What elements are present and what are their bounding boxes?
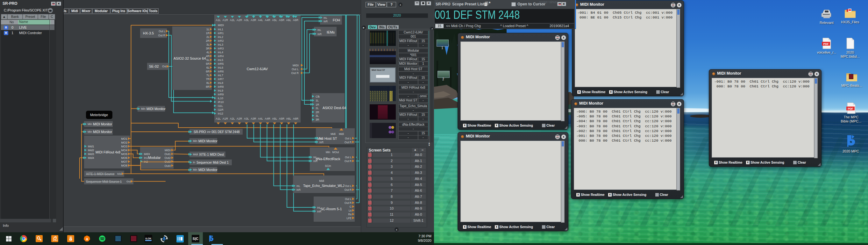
svg-text:6L: 6L bbox=[206, 66, 210, 69]
svg-text:SR-PRO >> 001 DEF STM 2448: SR-PRO >> 001 DEF STM 2448 bbox=[194, 130, 240, 134]
svg-text:Mid3: Mid3 bbox=[88, 153, 94, 156]
svg-text:PDF: PDF bbox=[824, 43, 829, 46]
svg-text:Out L: Out L bbox=[345, 197, 351, 201]
svg-text:inR3: inR3 bbox=[218, 47, 224, 50]
svg-text:InR: InR bbox=[317, 210, 321, 213]
svg-text:inL8: inL8 bbox=[218, 81, 223, 85]
svg-text:A6L: A6L bbox=[286, 117, 291, 120]
svg-text:dNa-EffectRack: dNa-EffectRack bbox=[316, 157, 340, 161]
svg-text:i11L: i11L bbox=[218, 104, 223, 108]
svg-text:2L: 2L bbox=[315, 107, 319, 110]
svg-text:7R: 7R bbox=[206, 78, 210, 81]
svg-text:inR4: inR4 bbox=[218, 55, 224, 58]
svg-text:MIDI: MIDI bbox=[165, 149, 171, 152]
svg-text:inL3: inL3 bbox=[218, 43, 223, 46]
svg-text:3L: 3L bbox=[315, 114, 319, 117]
svg-text:Out L: Out L bbox=[345, 184, 351, 188]
svg-text:MO2: MO2 bbox=[121, 141, 127, 144]
svg-text:inL4: inL4 bbox=[218, 51, 223, 54]
svg-text:FOH: FOH bbox=[333, 18, 340, 22]
svg-text:A2L: A2L bbox=[230, 19, 235, 22]
svg-text:2L: 2L bbox=[206, 35, 210, 38]
svg-text:A4L: A4L bbox=[258, 19, 263, 22]
svg-text:Sequencer Midi Dest 1: Sequencer Midi Dest 1 bbox=[196, 161, 229, 164]
svg-text:Min: Min bbox=[88, 130, 92, 133]
svg-text:MIDI Monitor: MIDI Monitor bbox=[198, 168, 218, 172]
svg-text:Mid2: Mid2 bbox=[88, 149, 94, 152]
svg-text:inR6: inR6 bbox=[218, 70, 224, 73]
svg-text:InL: InL bbox=[317, 28, 321, 32]
svg-text:MO5: MO5 bbox=[121, 153, 127, 156]
svg-text:Out L: Out L bbox=[345, 137, 351, 140]
svg-text:MIDI: MIDI bbox=[144, 153, 150, 156]
svg-text:Out R: Out R bbox=[344, 188, 351, 191]
svg-text:A3R: A3R bbox=[251, 19, 256, 22]
svg-text:inL9: inL9 bbox=[218, 89, 223, 92]
svg-text:A3L: A3L bbox=[244, 19, 249, 22]
svg-text:A5L: A5L bbox=[272, 117, 277, 120]
svg-text:A3R: A3R bbox=[251, 117, 256, 120]
svg-text:A4R: A4R bbox=[265, 19, 270, 22]
svg-text:Out4: Out4 bbox=[164, 164, 171, 167]
svg-text:InL: InL bbox=[319, 137, 323, 140]
svg-text:Ls: Ls bbox=[349, 209, 351, 212]
svg-text:InL: InL bbox=[317, 206, 321, 209]
svg-text:MO7: MO7 bbox=[121, 160, 127, 163]
svg-text:A2L: A2L bbox=[230, 117, 235, 120]
svg-text:A4R: A4R bbox=[265, 117, 270, 120]
svg-text:inL7: inL7 bbox=[218, 74, 223, 77]
svg-text:3L: 3L bbox=[206, 43, 210, 46]
svg-text:MO8: MO8 bbox=[121, 164, 127, 167]
svg-text:HX-3.5: HX-3.5 bbox=[143, 31, 154, 35]
svg-text:Out: Out bbox=[162, 65, 166, 68]
svg-text:InL: InL bbox=[323, 16, 327, 20]
svg-text:A1L: A1L bbox=[216, 19, 221, 22]
svg-text:6R: 6R bbox=[206, 70, 210, 73]
svg-text:In1: In1 bbox=[144, 156, 148, 160]
svg-text:InR: InR bbox=[297, 188, 301, 191]
svg-text:In: In bbox=[193, 161, 195, 164]
svg-text:Out1: Out1 bbox=[164, 153, 171, 156]
svg-text:Min: Min bbox=[193, 139, 197, 143]
svg-text:Mid4: Mid4 bbox=[88, 156, 94, 160]
svg-text:Midi: Midi bbox=[193, 153, 198, 156]
svg-text:Sequencer Midi Source 1: Sequencer Midi Source 1 bbox=[86, 180, 122, 184]
svg-text:A6L: A6L bbox=[286, 19, 291, 22]
svg-text:inL2: inL2 bbox=[218, 35, 223, 38]
svg-text:8R: 8R bbox=[206, 85, 210, 88]
svg-text:3R: 3R bbox=[315, 118, 319, 121]
svg-text:A2R: A2R bbox=[237, 19, 242, 22]
svg-text:InR: InR bbox=[323, 20, 328, 23]
svg-text:Out R: Out R bbox=[158, 34, 165, 37]
svg-text:inL1: inL1 bbox=[218, 28, 223, 31]
svg-text:Midi: Midi bbox=[319, 179, 324, 183]
svg-text:1R: 1R bbox=[315, 103, 319, 106]
svg-text:MIDI: MIDI bbox=[292, 64, 299, 67]
svg-text:Min: Min bbox=[88, 123, 92, 126]
svg-text:InR: InR bbox=[317, 32, 321, 36]
svg-text:Mid1: Mid1 bbox=[88, 145, 94, 148]
svg-text:8L: 8L bbox=[206, 81, 210, 85]
svg-text:C: C bbox=[350, 205, 351, 208]
svg-text:IEMs: IEMs bbox=[327, 30, 335, 34]
svg-text:A1R: A1R bbox=[223, 19, 228, 22]
svg-text:A5R: A5R bbox=[279, 19, 285, 22]
svg-text:inR1: inR1 bbox=[218, 32, 224, 35]
svg-text:Min: Min bbox=[141, 107, 146, 110]
svg-text:Out L: Out L bbox=[345, 156, 351, 159]
svg-text:4L: 4L bbox=[206, 51, 210, 54]
svg-text:inR2: inR2 bbox=[218, 39, 224, 43]
svg-text:PDF: PDF bbox=[848, 107, 854, 110]
svg-text:in12: in12 bbox=[218, 112, 223, 115]
svg-text:Out R: Out R bbox=[291, 72, 299, 75]
svg-text:3R: 3R bbox=[206, 47, 210, 50]
svg-text:MIDI Monitor: MIDI Monitor bbox=[93, 122, 113, 126]
svg-text:inL6: inL6 bbox=[218, 66, 223, 69]
svg-text:Cwm12-6JAV: Cwm12-6JAV bbox=[247, 67, 268, 71]
svg-text:XITE-1 MIDI Dest: XITE-1 MIDI Dest bbox=[199, 153, 224, 156]
svg-text:A1R: A1R bbox=[223, 117, 228, 120]
svg-text:A6R: A6R bbox=[293, 117, 299, 120]
svg-text:inL5: inL5 bbox=[218, 58, 223, 61]
svg-text:Midi: Midi bbox=[331, 132, 336, 136]
svg-text:5L: 5L bbox=[206, 58, 210, 61]
